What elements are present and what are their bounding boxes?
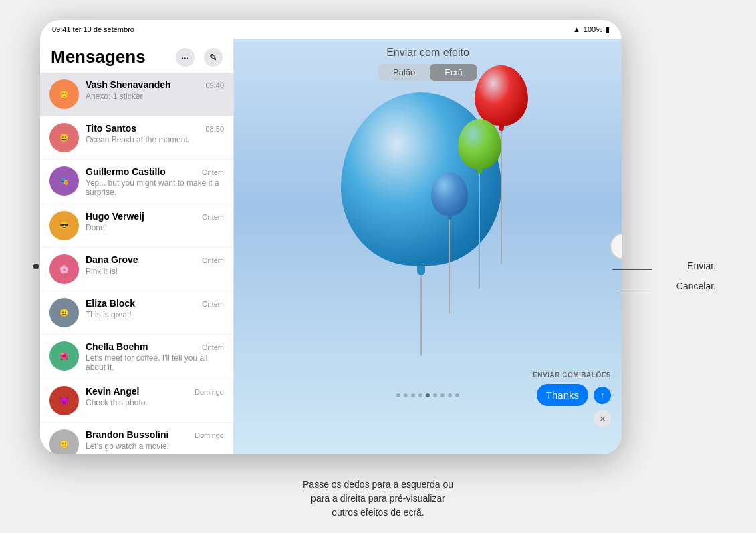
effect-panel: Enviar com efeito Balão Ecrã <box>234 39 622 454</box>
compose-button[interactable]: ✎ <box>204 48 223 67</box>
balloon-blue-small-string <box>449 220 451 313</box>
avatar: 🌸 <box>49 254 79 284</box>
annotation-line-enviar <box>612 269 652 270</box>
balloon-big-string <box>420 275 422 355</box>
more-icon: ··· <box>181 52 189 63</box>
annotation-enviar: Enviar. <box>687 260 716 271</box>
conversation-info: Tito Santos 08:50 Ocean Beach at the mom… <box>86 123 224 144</box>
compose-icon: ✎ <box>209 52 217 63</box>
conversation-item[interactable]: 🌺 Chella Boehm Ontem Let's meet for coff… <box>40 335 233 379</box>
conversation-time: Domingo <box>195 431 224 439</box>
sidebar-header: Mensagens ··· ✎ <box>40 39 233 73</box>
wifi-icon: ▲ <box>573 25 580 33</box>
battery-icon: ▮ <box>606 25 610 34</box>
tab-ecra[interactable]: Ecrã <box>430 64 477 81</box>
conversation-time: Ontem <box>202 168 224 176</box>
page-dot-active <box>426 393 430 397</box>
balloon-green-string <box>479 174 481 287</box>
main-content: Mensagens ··· ✎ 😊 <box>40 39 622 454</box>
conversation-preview: This is great! <box>86 310 224 319</box>
tab-balao[interactable]: Balão <box>378 64 430 81</box>
conversation-name: Brandon Bussolini <box>86 429 168 440</box>
conversation-name: Chella Boehm <box>86 341 148 352</box>
bubble-row: Thanks ↑ <box>537 384 611 406</box>
conversation-time: 09:40 <box>205 81 224 90</box>
send-button[interactable]: ↑ <box>594 387 611 404</box>
message-bubble: Thanks <box>537 384 588 406</box>
conversation-item[interactable]: 😈 Kevin Angel Domingo Check this photo. <box>40 379 233 423</box>
send-icon: ↑ <box>600 390 605 400</box>
cancel-button[interactable]: ✕ <box>594 410 611 427</box>
page-dot <box>418 393 422 397</box>
conversation-preview: Check this photo. <box>86 398 224 407</box>
conversation-preview: Let's go watch a movie! <box>86 441 224 451</box>
conversation-preview: Done! <box>86 223 224 232</box>
avatar: 😄 <box>49 123 79 152</box>
conversation-item[interactable]: 🙂 Brandon Bussolini Domingo Let's go wat… <box>40 423 233 454</box>
conversation-info: Eliza Block Ontem This is great! <box>86 298 224 319</box>
page-dot <box>448 393 452 397</box>
avatar: 😐 <box>49 298 79 327</box>
balloon-big-knot <box>417 266 425 275</box>
avatar: 😊 <box>49 79 79 109</box>
conversation-info: Vash Shenavandeh 09:40 Anexo: 1 sticker <box>86 79 224 101</box>
conversation-info: Chella Boehm Ontem Let's meet for coffee… <box>86 341 224 372</box>
conversation-name: Kevin Angel <box>86 386 139 397</box>
balloon-blue-small-body <box>431 172 468 216</box>
conversation-time: 08:50 <box>205 125 224 133</box>
conversation-preview: Anexo: 1 sticker <box>86 92 224 101</box>
avatar: 🌺 <box>49 341 79 371</box>
conversation-item[interactable]: 🌸 Dana Grove Ontem Pink it is! <box>40 248 233 291</box>
conversation-preview: Ocean Beach at the moment. <box>86 135 224 144</box>
conversation-info: Guillermo Castillo Ontem Yep... but you … <box>86 166 224 197</box>
effect-header: Enviar com efeito Balão Ecrã <box>234 47 622 81</box>
balloon-blue-small <box>431 172 468 313</box>
sidebar-header-icons: ··· ✎ <box>176 48 223 67</box>
page-dot <box>396 393 400 397</box>
more-button[interactable]: ··· <box>176 48 195 67</box>
cancel-icon: ✕ <box>599 414 606 424</box>
conversation-info: Hugo Verweij Ontem Done! <box>86 211 224 232</box>
page-dot <box>411 393 415 397</box>
conversation-name: Eliza Block <box>86 298 135 309</box>
conversation-item[interactable]: 🎭 Guillermo Castillo Ontem Yep... but yo… <box>40 160 233 204</box>
conversation-item[interactable]: 😐 Eliza Block Ontem This is great! <box>40 291 233 335</box>
status-right: ▲ 100% ▮ <box>573 25 610 34</box>
bottom-caption: Passe os dedos para a esquerda ou para a… <box>303 478 453 520</box>
conversation-preview: Yep... but you might want to make it a s… <box>86 178 224 197</box>
avatar: 🙂 <box>49 429 79 454</box>
send-with-label: ENVIAR COM BALÕES <box>533 371 611 379</box>
page-dot <box>455 393 459 397</box>
annotation-line-cancelar <box>616 289 652 289</box>
conversation-name: Tito Santos <box>86 123 136 134</box>
conversation-time: Ontem <box>202 256 224 264</box>
conversation-time: Domingo <box>195 388 224 396</box>
message-area: ENVIAR COM BALÕES Thanks ↑ ✕ <box>533 371 611 427</box>
conversation-info: Kevin Angel Domingo Check this photo. <box>86 386 224 407</box>
conversation-item[interactable]: 😊 Vash Shenavandeh 09:40 Anexo: 1 sticke… <box>40 73 233 116</box>
conversation-preview: Pink it is! <box>86 266 224 276</box>
conversation-info: Dana Grove Ontem Pink it is! <box>86 254 224 276</box>
status-time: 09:41 ter 10 de setembro <box>52 25 134 33</box>
page-dot <box>440 393 445 397</box>
avatar: 😈 <box>49 386 79 415</box>
sidebar: Mensagens ··· ✎ 😊 <box>40 39 234 454</box>
conversation-preview: Let's meet for coffee. I'll tell you all… <box>86 353 224 372</box>
conversation-item[interactable]: 😎 Hugo Verweij Ontem Done! <box>40 204 233 248</box>
battery-label: 100% <box>584 25 602 33</box>
annotation-cancelar: Cancelar. <box>676 281 716 291</box>
conversation-name: Dana Grove <box>86 254 138 265</box>
avatar: 🎭 <box>49 166 79 196</box>
sidebar-title: Mensagens <box>51 47 146 67</box>
conversation-item[interactable]: 😄 Tito Santos 08:50 Ocean Beach at the m… <box>40 116 233 160</box>
balloon-green-body <box>458 119 501 169</box>
conversation-time: Ontem <box>202 213 224 221</box>
conversation-name: Vash Shenavandeh <box>86 79 171 90</box>
conversation-name: Hugo Verweij <box>86 211 144 222</box>
effect-title: Enviar com efeito <box>386 47 469 59</box>
conversation-time: Ontem <box>202 300 224 308</box>
page-dot <box>404 393 408 397</box>
conversation-info: Brandon Bussolini Domingo Let's go watch… <box>86 429 224 451</box>
page-dot <box>433 393 437 397</box>
status-bar: 09:41 ter 10 de setembro ▲ 100% ▮ <box>40 20 622 39</box>
